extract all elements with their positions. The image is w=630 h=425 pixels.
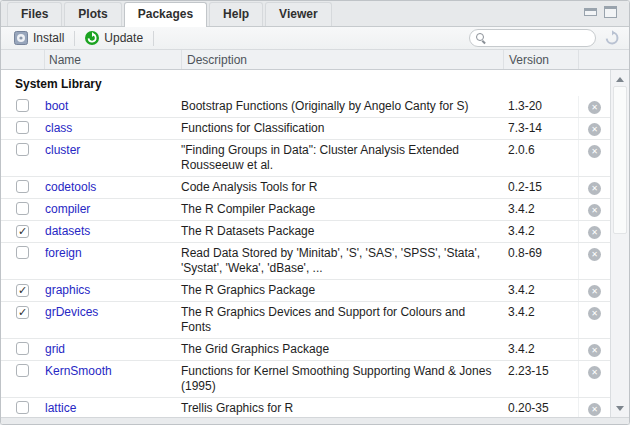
install-button[interactable]: Install xyxy=(8,29,70,47)
tab-packages[interactable]: Packages xyxy=(124,2,207,27)
update-label: Update xyxy=(104,31,143,45)
toolbar-separator xyxy=(153,31,154,46)
remove-package-icon[interactable]: ✕ xyxy=(588,366,601,379)
package-description: The R Compiler Package xyxy=(181,199,503,220)
package-description: Trellis Graphics for R xyxy=(181,398,503,417)
package-checkbox[interactable] xyxy=(16,121,29,134)
package-checkbox[interactable]: ✓ xyxy=(16,225,29,238)
remove-package-icon[interactable]: ✕ xyxy=(588,204,601,217)
package-checkbox[interactable] xyxy=(16,143,29,156)
remove-package-icon[interactable]: ✕ xyxy=(588,403,601,416)
package-version: 3.4.2 xyxy=(503,339,578,360)
remove-package-icon[interactable]: ✕ xyxy=(588,182,601,195)
header-version[interactable]: Version xyxy=(503,50,578,69)
header-actions-column xyxy=(578,50,629,69)
table-row[interactable]: compiler The R Compiler Package 3.4.2 ✕ xyxy=(1,199,610,221)
package-checkbox[interactable]: ✓ xyxy=(16,306,29,319)
tab-viewer[interactable]: Viewer xyxy=(265,2,331,26)
package-version: 3.4.2 xyxy=(503,280,578,301)
package-link[interactable]: boot xyxy=(45,99,68,113)
table-header: Name Description Version xyxy=(1,50,629,70)
package-checkbox[interactable] xyxy=(16,246,29,259)
header-name[interactable]: Name xyxy=(45,50,181,69)
table-row[interactable]: cluster "Finding Groups in Data": Cluste… xyxy=(1,140,610,177)
tab-plots[interactable]: Plots xyxy=(64,2,121,26)
package-link[interactable]: class xyxy=(45,121,72,135)
package-link[interactable]: graphics xyxy=(45,283,90,297)
remove-package-icon[interactable]: ✕ xyxy=(588,145,601,158)
remove-package-icon[interactable]: ✕ xyxy=(588,307,601,320)
remove-package-icon[interactable]: ✕ xyxy=(588,248,601,261)
package-checkbox[interactable] xyxy=(16,401,29,414)
package-install-icon xyxy=(14,31,28,45)
package-description: The Grid Graphics Package xyxy=(181,339,503,360)
window-controls xyxy=(584,6,623,26)
toolbar-separator xyxy=(74,31,75,46)
package-link[interactable]: grDevices xyxy=(45,305,98,319)
package-version: 2.23-15 xyxy=(503,361,578,397)
package-link[interactable]: grid xyxy=(45,342,65,356)
remove-package-icon[interactable]: ✕ xyxy=(588,226,601,239)
package-link[interactable]: lattice xyxy=(45,401,76,415)
remove-package-icon[interactable]: ✕ xyxy=(588,123,601,136)
packages-toolbar: Install Update xyxy=(1,27,629,50)
scrollbar-thumb[interactable] xyxy=(613,86,627,234)
table-row[interactable]: ✓ datasets The R Datasets Package 3.4.2 … xyxy=(1,221,610,243)
package-link[interactable]: foreign xyxy=(45,246,82,260)
package-link[interactable]: cluster xyxy=(45,143,80,157)
package-description: The R Graphics Package xyxy=(181,280,503,301)
package-version: 0.2-15 xyxy=(503,177,578,198)
package-checkbox[interactable] xyxy=(16,99,29,112)
search-input[interactable] xyxy=(490,32,589,44)
table-row[interactable]: grid The Grid Graphics Package 3.4.2 ✕ xyxy=(1,339,610,361)
package-link[interactable]: compiler xyxy=(45,202,90,216)
refresh-icon[interactable] xyxy=(604,30,620,46)
table-row[interactable]: foreign Read Data Stored by 'Minitab', '… xyxy=(1,243,610,280)
maximize-icon[interactable] xyxy=(604,6,617,18)
minimize-icon[interactable] xyxy=(584,8,597,16)
package-checkbox[interactable] xyxy=(16,364,29,377)
package-description: Functions for Classification xyxy=(181,118,503,139)
packages-pane: Files Plots Packages Help Viewer Install xyxy=(0,0,630,425)
package-link[interactable]: codetools xyxy=(45,180,96,194)
package-version: 7.3-14 xyxy=(503,118,578,139)
table-row[interactable]: boot Bootstrap Functions (Originally by … xyxy=(1,96,610,118)
table-row[interactable]: ✓ grDevices The R Graphics Devices and S… xyxy=(1,302,610,339)
tab-files[interactable]: Files xyxy=(7,2,62,26)
package-description: The R Graphics Devices and Support for C… xyxy=(181,302,503,338)
package-version: 3.4.2 xyxy=(503,302,578,338)
remove-package-icon[interactable]: ✕ xyxy=(588,101,601,114)
table-row[interactable]: codetools Code Analysis Tools for R 0.2-… xyxy=(1,177,610,199)
table-body-rows: System Library boot Bootstrap Functions … xyxy=(1,70,610,417)
package-link[interactable]: KernSmooth xyxy=(45,364,112,378)
search-box[interactable] xyxy=(469,29,596,47)
remove-package-icon[interactable]: ✕ xyxy=(588,344,601,357)
update-button[interactable]: Update xyxy=(79,29,149,47)
table-row[interactable]: ✓ graphics The R Graphics Package 3.4.2 … xyxy=(1,280,610,302)
tab-help[interactable]: Help xyxy=(209,2,263,26)
package-link[interactable]: datasets xyxy=(45,224,90,238)
package-version: 0.20-35 xyxy=(503,398,578,417)
package-description: "Finding Groups in Data": Cluster Analys… xyxy=(181,140,503,176)
table-row[interactable]: lattice Trellis Graphics for R 0.20-35 ✕ xyxy=(1,398,610,417)
package-version: 3.4.2 xyxy=(503,221,578,242)
header-description[interactable]: Description xyxy=(181,50,503,69)
package-version: 1.3-20 xyxy=(503,96,578,117)
package-description: Bootstrap Functions (Originally by Angel… xyxy=(181,96,503,117)
scrollbar-up-arrow-icon[interactable] xyxy=(611,72,629,86)
update-icon xyxy=(85,31,99,45)
table-row[interactable]: KernSmooth Functions for Kernel Smoothin… xyxy=(1,361,610,398)
vertical-scrollbar[interactable] xyxy=(610,70,629,417)
table-content: System Library boot Bootstrap Functions … xyxy=(1,70,629,417)
search-icon xyxy=(476,33,486,43)
package-description: Code Analysis Tools for R xyxy=(181,177,503,198)
package-checkbox[interactable] xyxy=(16,342,29,355)
remove-package-icon[interactable]: ✕ xyxy=(588,285,601,298)
table-row[interactable]: class Functions for Classification 7.3-1… xyxy=(1,118,610,140)
package-checkbox[interactable] xyxy=(16,202,29,215)
package-version: 2.0.6 xyxy=(503,140,578,176)
scrollbar-down-arrow-icon[interactable] xyxy=(611,401,629,415)
install-label: Install xyxy=(33,31,64,45)
package-checkbox[interactable]: ✓ xyxy=(16,284,29,297)
package-checkbox[interactable] xyxy=(16,180,29,193)
